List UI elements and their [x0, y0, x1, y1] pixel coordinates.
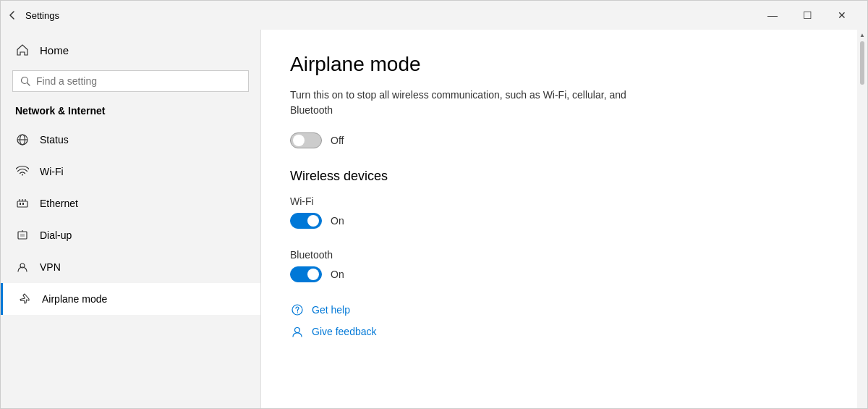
title-bar: Settings — ☐ ✕ [1, 1, 867, 30]
bluetooth-toggle-row: On [290, 266, 828, 282]
home-icon [15, 43, 30, 57]
bluetooth-toggle-label: On [331, 269, 344, 280]
airplane-icon [17, 292, 32, 306]
airplane-label: Airplane mode [42, 293, 107, 305]
sidebar-item-airplane[interactable]: Airplane mode [1, 283, 260, 315]
airplane-toggle-row: Off [290, 132, 828, 148]
sidebar-item-status[interactable]: Status [1, 124, 260, 156]
airplane-toggle-knob [293, 135, 305, 146]
main-layout: Home Network & Internet [1, 30, 867, 408]
help-icon [290, 303, 305, 317]
sidebar: Home Network & Internet [1, 30, 261, 408]
give-feedback-link[interactable]: Give feedback [312, 326, 377, 337]
scroll-up-button[interactable]: ▲ [857, 30, 867, 40]
wifi-toggle-label: On [331, 215, 344, 227]
airplane-toggle[interactable] [290, 132, 322, 148]
vpn-label: VPN [40, 261, 61, 273]
bluetooth-device-label: Bluetooth [290, 249, 828, 261]
feedback-icon [290, 324, 305, 339]
sidebar-item-dialup[interactable]: Dial-up [1, 219, 260, 251]
close-button[interactable]: ✕ [825, 4, 859, 26]
wifi-toggle-knob [307, 215, 319, 227]
wifi-device-label: Wi-Fi [290, 195, 828, 207]
window-title: Settings [25, 10, 59, 21]
bluetooth-toggle-knob [307, 269, 319, 280]
search-box[interactable] [12, 70, 249, 92]
wireless-section-heading: Wireless devices [290, 169, 828, 184]
title-bar-controls: — ☐ ✕ [756, 4, 859, 26]
airplane-toggle-label: Off [331, 135, 344, 146]
minimize-button[interactable]: — [756, 4, 789, 26]
sidebar-section-title: Network & Internet [1, 101, 260, 124]
maximize-button[interactable]: ☐ [791, 4, 824, 26]
get-help-row[interactable]: Get help [290, 303, 828, 317]
sidebar-item-home[interactable]: Home [1, 35, 260, 64]
status-label: Status [40, 134, 69, 146]
ethernet-icon [15, 196, 30, 211]
svg-line-1 [27, 83, 30, 86]
vpn-icon [15, 260, 30, 274]
ethernet-label: Ethernet [40, 198, 78, 209]
get-help-link[interactable]: Get help [312, 304, 350, 316]
wifi-icon [15, 164, 30, 179]
sidebar-item-ethernet[interactable]: Ethernet [1, 187, 260, 219]
help-links: Get help Give feedback [290, 303, 828, 339]
content-description: Turn this on to stop all wireless commun… [290, 88, 652, 118]
title-bar-left: Settings [7, 9, 59, 21]
globe-icon [15, 132, 30, 147]
svg-rect-10 [22, 203, 24, 205]
search-input[interactable] [36, 75, 241, 87]
page-title: Airplane mode [290, 53, 828, 76]
bluetooth-toggle[interactable] [290, 266, 322, 282]
wifi-device-row: Wi-Fi On [290, 195, 828, 229]
sidebar-item-wifi[interactable]: Wi-Fi [1, 156, 260, 187]
svg-rect-12 [20, 234, 25, 237]
sidebar-item-vpn[interactable]: VPN [1, 251, 260, 283]
svg-point-17 [295, 328, 300, 333]
svg-point-16 [297, 312, 298, 313]
content-area: Airplane mode Turn this on to stop all w… [261, 30, 857, 408]
back-icon[interactable] [7, 9, 18, 21]
dialup-label: Dial-up [40, 229, 72, 241]
wifi-toggle-row: On [290, 213, 828, 229]
settings-window: Settings — ☐ ✕ Home [0, 0, 868, 409]
search-icon [20, 76, 30, 86]
bluetooth-device-row: Bluetooth On [290, 249, 828, 282]
scrollbar[interactable]: ▲ [857, 30, 867, 408]
dialup-icon [15, 228, 30, 243]
wifi-toggle[interactable] [290, 213, 322, 229]
give-feedback-row[interactable]: Give feedback [290, 324, 828, 339]
svg-rect-9 [20, 203, 21, 205]
home-label: Home [40, 44, 69, 56]
wifi-label: Wi-Fi [40, 166, 64, 177]
scroll-thumb[interactable] [860, 41, 864, 85]
